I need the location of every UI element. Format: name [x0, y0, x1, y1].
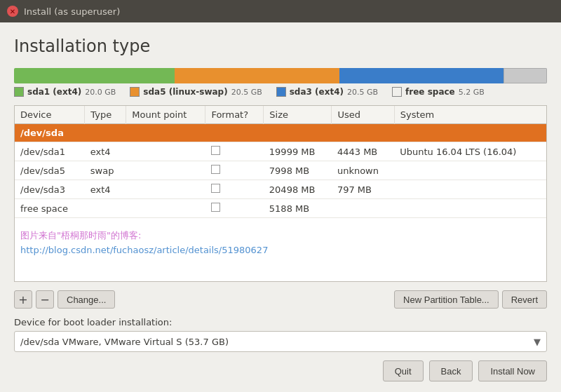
bottom-controls: + − Change... New Partition Table... Rev… [14, 290, 547, 309]
main-content: Installation type sda1 (ext4) 20.0 GB sd… [0, 22, 561, 392]
format-checkbox-sda1[interactable] [211, 146, 220, 155]
legend-label-sda5: sda5 (linux-swap) [143, 87, 227, 97]
table-row-sda1[interactable]: /dev/sda1 ext4 19999 MB 4443 MB Ubuntu 1… [15, 142, 546, 161]
row-sda3-format [205, 180, 264, 199]
row-sda5-system [394, 161, 546, 180]
row-sda1-format [205, 142, 264, 161]
row-sda5-device: /dev/sda5 [15, 161, 85, 180]
row-sda1-used: 4443 MB [332, 142, 394, 161]
format-checkbox-sda3[interactable] [211, 184, 220, 193]
remove-partition-button[interactable]: − [36, 290, 54, 309]
legend-item-sda1: sda1 (ext4) 20.0 GB [14, 87, 116, 97]
dropdown-arrow-icon: ▼ [534, 337, 541, 347]
row-free-format [205, 199, 264, 218]
table-row-sda3[interactable]: /dev/sda3 ext4 20498 MB 797 MB [15, 180, 546, 199]
row-free-device: free space [15, 199, 85, 218]
legend-label-free: free space [405, 87, 455, 97]
back-button[interactable]: Back [429, 360, 473, 381]
row-sda5-type: swap [85, 161, 126, 180]
col-used: Used [332, 106, 394, 124]
row-sda5-used: unknown [332, 161, 394, 180]
boot-loader-section: Device for boot loader installation: /de… [14, 317, 547, 352]
col-mount: Mount point [126, 106, 205, 124]
window-title: Install (as superuser) [24, 6, 120, 17]
watermark-text: 图片来自"梧桐那时雨"的博客: http://blog.csdn.net/fuc… [20, 229, 541, 258]
row-free-type [85, 199, 126, 218]
partition-segment-sda1 [14, 68, 175, 83]
partition-segment-sda5 [175, 68, 339, 83]
row-sda5-mount [126, 161, 205, 180]
table-row-sda[interactable]: /dev/sda [15, 124, 546, 142]
row-sda-format [205, 124, 264, 142]
row-free-system [394, 199, 546, 218]
row-free-used [332, 199, 394, 218]
row-sda1-type: ext4 [85, 142, 126, 161]
format-checkbox-free[interactable] [211, 203, 220, 212]
legend-item-free: free space 5.2 GB [392, 87, 485, 97]
partition-bar [14, 68, 547, 83]
col-system: System [394, 106, 546, 124]
col-size: Size [264, 106, 332, 124]
col-type: Type [85, 106, 126, 124]
quit-button[interactable]: Quit [383, 360, 424, 381]
partition-table: Device Type Mount point Format? Size Use… [15, 106, 546, 265]
legend-color-sda5 [130, 87, 140, 97]
partition-table-container[interactable]: Device Type Mount point Format? Size Use… [14, 105, 547, 282]
revert-button[interactable]: Revert [502, 290, 547, 309]
page-title: Installation type [14, 36, 547, 56]
row-sda-device: /dev/sda [15, 124, 85, 142]
table-row-sda5[interactable]: /dev/sda5 swap 7998 MB unknown [15, 161, 546, 180]
final-buttons: Quit Back Install Now [14, 360, 547, 381]
row-sda3-used: 797 MB [332, 180, 394, 199]
table-row-free[interactable]: free space 5188 MB [15, 199, 546, 218]
format-checkbox-sda5[interactable] [211, 165, 220, 174]
row-sda3-mount [126, 180, 205, 199]
row-sda1-device: /dev/sda1 [15, 142, 85, 161]
table-row-watermark: 图片来自"梧桐那时雨"的博客: http://blog.csdn.net/fuc… [15, 218, 546, 265]
row-free-mount [126, 199, 205, 218]
partition-bar-container: sda1 (ext4) 20.0 GB sda5 (linux-swap) 20… [14, 68, 547, 97]
boot-loader-select[interactable]: /dev/sda VMware, VMware Virtual S (53.7 … [14, 331, 547, 352]
legend-label-sda3: sda3 (ext4) [290, 87, 344, 97]
row-sda-mount [126, 124, 205, 142]
col-format: Format? [205, 106, 264, 124]
new-partition-table-button[interactable]: New Partition Table... [394, 290, 499, 309]
table-header-row: Device Type Mount point Format? Size Use… [15, 106, 546, 124]
row-sda-type [85, 124, 126, 142]
row-sda-used [332, 124, 394, 142]
row-sda1-mount [126, 142, 205, 161]
watermark-line2: http://blog.csdn.net/fuchaosz/article/de… [20, 245, 268, 255]
row-sda1-system: Ubuntu 16.04 LTS (16.04) [394, 142, 546, 161]
legend-color-free [392, 87, 402, 97]
change-partition-button[interactable]: Change... [58, 290, 115, 309]
legend-label-sda1: sda1 (ext4) [27, 87, 81, 97]
title-bar: ✕ Install (as superuser) [0, 0, 561, 22]
add-partition-button[interactable]: + [14, 290, 32, 309]
legend-size-sda1: 20.0 GB [85, 88, 116, 97]
boot-loader-label: Device for boot loader installation: [14, 317, 547, 327]
legend-color-sda3 [276, 87, 286, 97]
row-free-size: 5188 MB [264, 199, 332, 218]
row-sda-size [264, 124, 332, 142]
boot-loader-value: /dev/sda VMware, VMware Virtual S (53.7 … [20, 337, 229, 347]
watermark-line1: 图片来自"梧桐那时雨"的博客: [20, 230, 141, 241]
install-now-button[interactable]: Install Now [478, 360, 547, 381]
row-sda3-size: 20498 MB [264, 180, 332, 199]
row-sda-system [394, 124, 546, 142]
legend-size-free: 5.2 GB [459, 88, 485, 97]
legend-color-sda1 [14, 87, 24, 97]
legend-item-sda3: sda3 (ext4) 20.5 GB [276, 87, 378, 97]
row-sda5-size: 7998 MB [264, 161, 332, 180]
row-sda1-size: 19999 MB [264, 142, 332, 161]
row-sda3-system [394, 180, 546, 199]
row-sda3-type: ext4 [85, 180, 126, 199]
legend-item-sda5: sda5 (linux-swap) 20.5 GB [130, 87, 262, 97]
row-sda3-device: /dev/sda3 [15, 180, 85, 199]
partition-segment-sda3 [339, 68, 504, 83]
row-sda5-format [205, 161, 264, 180]
col-device: Device [15, 106, 85, 124]
partition-segment-free [503, 68, 547, 83]
partition-legend: sda1 (ext4) 20.0 GB sda5 (linux-swap) 20… [14, 87, 547, 97]
legend-size-sda5: 20.5 GB [231, 88, 262, 97]
close-button[interactable]: ✕ [7, 6, 18, 17]
